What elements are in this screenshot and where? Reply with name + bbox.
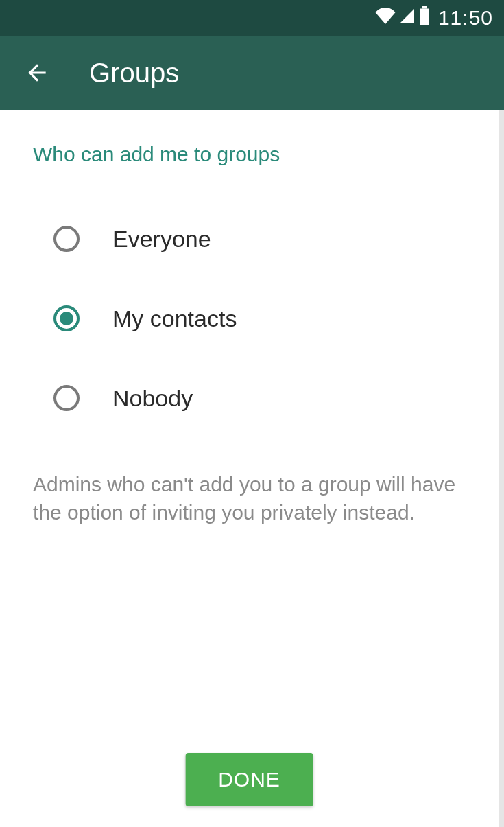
wifi-icon: [375, 7, 396, 29]
status-time: 11:50: [438, 6, 493, 30]
radio-icon: [53, 385, 80, 411]
back-button[interactable]: [21, 56, 53, 89]
done-button[interactable]: DONE: [185, 753, 313, 806]
radio-option-everyone[interactable]: Everyone: [33, 199, 466, 279]
radio-icon: [53, 226, 80, 252]
radio-option-nobody[interactable]: Nobody: [33, 358, 466, 438]
app-bar: Groups: [0, 36, 504, 110]
radio-label: Everyone: [112, 226, 211, 253]
radio-group: Everyone My contacts Nobody: [33, 199, 466, 438]
signal-icon: [398, 7, 416, 29]
status-icons: [375, 6, 430, 30]
svg-rect-0: [420, 8, 429, 25]
radio-option-my-contacts[interactable]: My contacts: [33, 279, 466, 358]
status-bar: 11:50: [0, 0, 504, 36]
svg-rect-1: [422, 6, 427, 9]
battery-icon: [419, 6, 430, 30]
page-title: Groups: [89, 58, 179, 89]
radio-label: Nobody: [112, 385, 193, 412]
arrow-left-icon: [24, 60, 50, 86]
radio-icon: [53, 305, 80, 331]
section-title: Who can add me to groups: [33, 143, 466, 166]
radio-label: My contacts: [112, 305, 237, 332]
description-text: Admins who can't add you to a group will…: [33, 471, 466, 526]
content: Who can add me to groups Everyone My con…: [0, 110, 499, 827]
